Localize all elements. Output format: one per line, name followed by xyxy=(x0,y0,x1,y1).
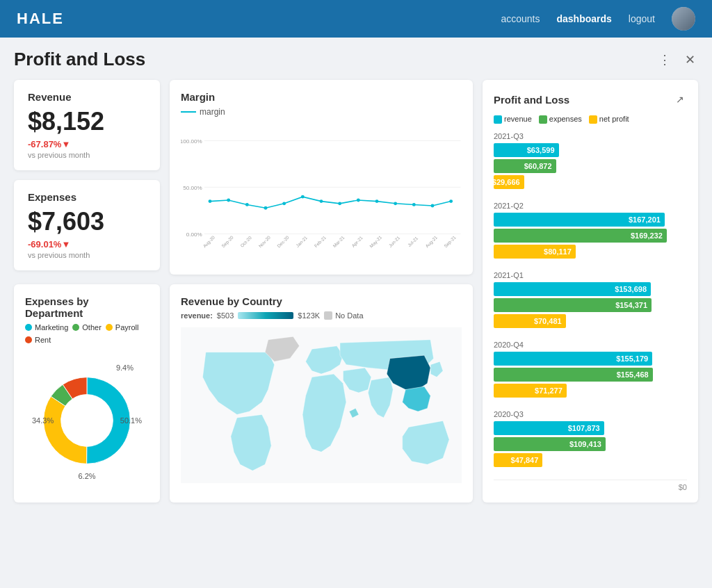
pnl-legend-expenses: expenses xyxy=(539,115,582,124)
expenses-dept-card: Expenses by Department Marketing Other P… xyxy=(14,284,160,503)
svg-point-6 xyxy=(209,199,212,203)
svg-point-11 xyxy=(301,195,305,199)
pnl-bar-row: $169,232 xyxy=(494,229,687,243)
pnl-quarter-label: 2021-Q3 xyxy=(494,132,687,140)
svg-point-10 xyxy=(282,202,286,205)
pnl-bar-row: $154,371 xyxy=(494,298,687,312)
pnl-quarter-label: 2020-Q4 xyxy=(494,341,687,349)
pnl-bar-row: $155,468 xyxy=(494,368,687,382)
pnl-quarter: 2020-Q3$107,873$109,413$47,847 xyxy=(494,410,687,467)
svg-text:Dec-20: Dec-20 xyxy=(276,234,290,248)
map-no-data-legend: No Data xyxy=(324,311,363,320)
legend-other: Other xyxy=(72,323,102,332)
svg-text:Sep-21: Sep-21 xyxy=(443,234,458,249)
svg-point-16 xyxy=(394,202,397,205)
pnl-bar-row: $47,847 xyxy=(494,453,687,467)
pnl-bars-container: 2021-Q3$63,599$60,872$29,6662021-Q2$167,… xyxy=(494,132,687,467)
pnl-quarter-label: 2021-Q2 xyxy=(494,202,687,210)
pnl-bar-row: $107,873 xyxy=(494,421,687,435)
svg-text:May-21: May-21 xyxy=(369,234,383,249)
svg-text:0.00%: 0.00% xyxy=(186,231,202,238)
svg-point-8 xyxy=(245,203,249,206)
nav-accounts[interactable]: accounts xyxy=(501,13,540,24)
pnl-panel: Profit and Loss ↗ revenue expenses net p… xyxy=(483,80,698,503)
donut-pct-marketing: 50.1% xyxy=(120,416,142,425)
pnl-expand-button[interactable]: ↗ xyxy=(673,91,687,108)
revenue-value: $8,152 xyxy=(28,107,146,136)
svg-point-18 xyxy=(431,204,435,208)
close-button[interactable]: ✕ xyxy=(682,49,698,70)
pnl-bar-row: $70,481 xyxy=(494,314,687,328)
expenses-value: $7,603 xyxy=(28,207,146,236)
svg-point-14 xyxy=(357,199,360,202)
svg-text:Apr-21: Apr-21 xyxy=(350,235,364,249)
svg-point-9 xyxy=(264,206,268,210)
dashboard-grid: Revenue $8,152 -67.87%▼ vs previous mont… xyxy=(14,80,698,503)
avatar[interactable] xyxy=(672,7,695,31)
svg-text:Feb-21: Feb-21 xyxy=(314,235,327,249)
pnl-bar: $167,201 xyxy=(494,213,665,227)
svg-text:100.00%: 100.00% xyxy=(181,138,202,145)
pnl-bar: $71,277 xyxy=(494,384,567,398)
expenses-change: -69.01%▼ xyxy=(28,239,146,250)
map-legend-row: revenue: $503 $123K No Data xyxy=(181,311,462,320)
svg-point-15 xyxy=(375,199,379,203)
donut-legend: Marketing Other Payroll Rent xyxy=(25,323,149,344)
nav: accounts dashboards logout xyxy=(501,7,695,31)
svg-point-13 xyxy=(338,202,341,205)
header: HALE accounts dashboards logout xyxy=(0,0,712,38)
pnl-bar-row: $63,599 xyxy=(494,143,687,157)
expenses-label: Expenses xyxy=(28,191,146,203)
pnl-legend-revenue: revenue xyxy=(494,115,532,124)
pnl-bar: $169,232 xyxy=(494,229,667,243)
pnl-axis: $0 xyxy=(494,480,687,491)
svg-point-7 xyxy=(227,199,230,202)
page-header: Profit and Loss ⋮ ✕ xyxy=(14,49,698,70)
pnl-quarter: 2020-Q4$155,179$155,468$71,277 xyxy=(494,341,687,398)
pnl-header: Profit and Loss ↗ xyxy=(494,91,687,108)
svg-point-19 xyxy=(449,199,453,203)
page-actions: ⋮ ✕ xyxy=(656,49,698,70)
pnl-bar: $153,698 xyxy=(494,282,651,296)
legend-marketing: Marketing xyxy=(25,323,68,332)
margin-title: Margin xyxy=(181,91,462,103)
pnl-bar: $109,413 xyxy=(494,437,606,451)
pnl-bar: $155,179 xyxy=(494,352,652,366)
world-map-svg xyxy=(181,325,462,485)
map-gradient-bar xyxy=(238,312,293,319)
margin-legend-label: margin xyxy=(200,107,225,117)
page-title: Profit and Loss xyxy=(14,49,145,70)
pnl-quarter-label: 2021-Q1 xyxy=(494,271,687,279)
margin-legend: margin xyxy=(181,107,462,117)
revenue-sub: vs previous month xyxy=(28,151,146,159)
nav-logout[interactable]: logout xyxy=(629,13,655,24)
donut-pct-rent: 9.4% xyxy=(116,364,134,372)
pnl-bar: $154,371 xyxy=(494,298,652,312)
legend-rent: Rent xyxy=(25,336,51,344)
pnl-quarter: 2021-Q2$167,201$169,232$80,117 xyxy=(494,202,687,259)
more-options-button[interactable]: ⋮ xyxy=(656,49,674,70)
pnl-quarter: 2021-Q3$63,599$60,872$29,666 xyxy=(494,132,687,189)
map-max: $123K xyxy=(298,311,320,320)
svg-text:Jun-21: Jun-21 xyxy=(387,235,400,248)
map-title: Revenue by Country xyxy=(181,295,462,307)
svg-text:Aug-20: Aug-20 xyxy=(202,234,216,249)
nav-dashboards[interactable]: dashboards xyxy=(556,13,611,24)
expenses-card: Expenses $7,603 -69.01%▼ vs previous mon… xyxy=(14,180,160,270)
revenue-change: -67.87%▼ xyxy=(28,139,146,149)
svg-point-17 xyxy=(412,203,416,206)
pnl-bar: $80,117 xyxy=(494,245,576,259)
margin-svg: 100.00% 50.00% 0.00% xyxy=(181,122,462,254)
pnl-legend: revenue expenses net profit xyxy=(494,115,687,124)
pnl-bar: $155,468 xyxy=(494,368,653,382)
pnl-quarter-label: 2020-Q3 xyxy=(494,410,687,418)
svg-text:Sep-20: Sep-20 xyxy=(220,234,235,249)
revenue-country-card: Revenue by Country revenue: $503 $123K N… xyxy=(170,284,473,503)
donut-pct-other: 6.2% xyxy=(78,472,95,480)
map-header: Revenue by Country revenue: $503 $123K N… xyxy=(181,295,462,320)
svg-text:Mar-21: Mar-21 xyxy=(332,235,346,249)
map-min: $503 xyxy=(217,311,234,320)
svg-text:50.00%: 50.00% xyxy=(183,185,202,191)
pnl-bar: $63,599 xyxy=(494,143,559,157)
pnl-bar-row: $109,413 xyxy=(494,437,687,451)
